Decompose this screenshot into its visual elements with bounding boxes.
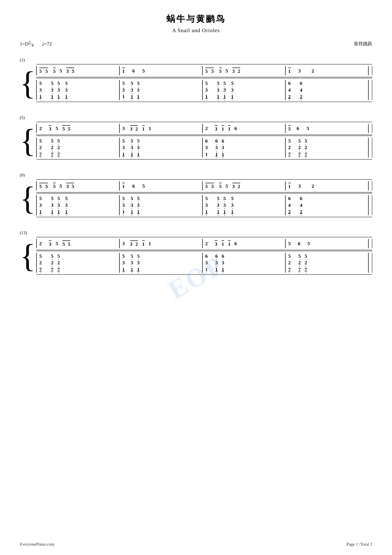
beam-5-m9c: 5 — [53, 183, 56, 189]
bass-m11: 531 531 531 531 — [203, 195, 285, 215]
bass-m2: 531 531 531 — [120, 80, 202, 100]
chord-b13b: 527 — [51, 253, 54, 273]
treble-staff-13: 2 · 3 5 5 5 — [36, 237, 372, 250]
beam-5-m11c: 5 — [219, 183, 221, 189]
chord-b7b: 631 — [215, 138, 218, 158]
chord-b1c: 531 — [57, 80, 60, 100]
chord-b2b: 531 — [131, 80, 133, 100]
chord-b3d: 531 — [231, 80, 234, 100]
key-signature: 1=D2⁄4 — [20, 40, 34, 48]
measure-5-treble: 2 · 3 5 5 5 — [37, 125, 119, 131]
bass-m15: 631 631 631 — [203, 253, 285, 273]
chord-b11a: 531 — [205, 195, 208, 215]
chord-b9b: 531 — [51, 195, 54, 215]
chord-b10a: 531 — [122, 195, 125, 215]
measure-6-treble: 3 3 2 1 1 — [120, 125, 202, 131]
beam-35-m9: 3 5 — [66, 183, 74, 189]
brace-symbol: { — [20, 70, 36, 96]
bass-staff-5: 527 527 527 531 — [36, 136, 372, 160]
bass-m8: 527 527 527 — [286, 138, 368, 158]
bass-staff-9: 531 531 531 531 — [36, 193, 372, 217]
chord-b14c: 531 — [137, 253, 140, 273]
end-vl-9 — [372, 181, 372, 190]
style-label: 音符跳跃 — [354, 41, 372, 47]
note-5-m3c: 5 — [219, 68, 221, 74]
note-2dot-m7: 2 · — [205, 125, 209, 131]
measure-2-treble: 1 6 5 — [120, 68, 202, 74]
beam-55-m3: 5 5 — [205, 68, 214, 74]
bass-bar-12-end — [368, 195, 369, 215]
section-5: (5) { 2 · 3 5 — [20, 115, 372, 160]
note-5dot2-m16: 5 · — [307, 241, 311, 246]
beam-35: 3 5 — [66, 68, 74, 74]
chord-b9a: 531 — [39, 195, 42, 215]
bass-m9: 531 531 531 531 — [37, 195, 119, 215]
section-13-label: (13) — [20, 230, 372, 235]
beam-1-m15: 1 — [221, 241, 224, 247]
chord-b3c: 531 — [223, 80, 226, 100]
bass-bar-8-end — [368, 138, 369, 158]
footer: EveryonePiano.com Page 1 /Total 2 — [20, 542, 372, 547]
chord-b16c: 527 — [305, 253, 307, 273]
chord-b4a: 642 — [288, 80, 291, 100]
beam-1-m10: 1 — [122, 183, 125, 189]
treble-staff-9: 5 5 5 5 3 5 — [36, 179, 372, 192]
chord-b14a: 531 — [122, 253, 125, 273]
beam-3-m13: 3 — [49, 241, 51, 247]
bass-m5: 527 527 527 — [37, 138, 119, 158]
title-english: A Snail and Orioles — [20, 27, 372, 33]
note-3: 3 — [66, 68, 69, 74]
brace-5: { — [20, 122, 36, 160]
measure-13-treble: 2 · 3 5 5 5 — [37, 241, 119, 247]
beam-1b-m15: 1 — [228, 241, 230, 247]
beam-55: 5 5 — [39, 68, 48, 74]
note-1-m2: 1 — [122, 68, 125, 74]
chord-b1d: 531 — [65, 80, 68, 100]
measure-1-treble: 5 5 5 5 3 5 — [37, 68, 119, 74]
note-6dot-m16: 6 · — [298, 241, 302, 246]
treble-staff-1: 5 5 5 5 3 5 — [36, 64, 372, 77]
bass-staff-13: 527 527 527 531 — [36, 251, 372, 275]
measure-11-treble: 5 5 5 5 3 2 — [203, 183, 285, 189]
bass-bar-4-end — [368, 80, 369, 100]
beam-1-m14: 1 — [142, 241, 145, 247]
bass-m3: 531 531 531 531 — [203, 80, 285, 100]
beam-3-m15: 3 — [215, 241, 217, 247]
note-2-m3: 2 — [238, 68, 240, 74]
measure-8-treble: 5 6 5 — [286, 125, 368, 131]
note-2dot-m13: 2 · — [39, 241, 43, 246]
section-1-label: (1) — [20, 58, 372, 62]
note-2-m4: 2 — [312, 68, 314, 73]
note-5c: 5 — [53, 68, 56, 74]
brace-9: { — [20, 179, 36, 217]
staff-system-1: { 5 5 5 5 — [20, 64, 372, 102]
bass-m1: 531 531 531 531 — [37, 80, 119, 100]
brace-symbol-9: { — [20, 185, 36, 212]
brace-symbol-13: { — [20, 242, 36, 269]
staff-system-13: { 2 · 3 5 — [20, 237, 372, 275]
chord-b3b: 531 — [217, 80, 220, 100]
note-5d: 5 — [60, 68, 62, 73]
measure-14-treble: 3 3 2 1 1 — [120, 241, 202, 247]
beam-3-m7: 3 — [215, 125, 217, 131]
staff-system-5: { 2 · 3 5 — [20, 122, 372, 160]
chord-b8c: 527 — [305, 138, 307, 158]
beam-1-m2: 1 — [122, 68, 125, 74]
chord-b14b: 531 — [131, 253, 133, 273]
chord-b8a: 527 — [288, 138, 291, 158]
brace-symbol-5: { — [20, 127, 36, 154]
section-5-label: (5) — [20, 115, 372, 120]
measure-3-treble: 5 5 5 5 3 2 — [203, 68, 285, 74]
bass-end-barline-1 — [372, 80, 372, 100]
measure-9-treble: 5 5 5 5 3 5 — [37, 183, 119, 189]
note-3-m3: 3 — [232, 68, 235, 74]
title-chinese: 蜗牛与黄鹂鸟 — [20, 13, 372, 25]
tempo-info: 1=D2⁄4 ♩=72 — [20, 40, 52, 48]
brace-1: { — [20, 64, 36, 102]
chord-b13c: 527 — [57, 253, 60, 273]
chord-b9c: 531 — [57, 195, 60, 215]
end-barline-1 — [372, 66, 372, 75]
chord-b11b: 531 — [217, 195, 220, 215]
bass-m6: 531 531 531 — [120, 138, 202, 158]
beam-3-m5: 3 — [49, 125, 51, 131]
